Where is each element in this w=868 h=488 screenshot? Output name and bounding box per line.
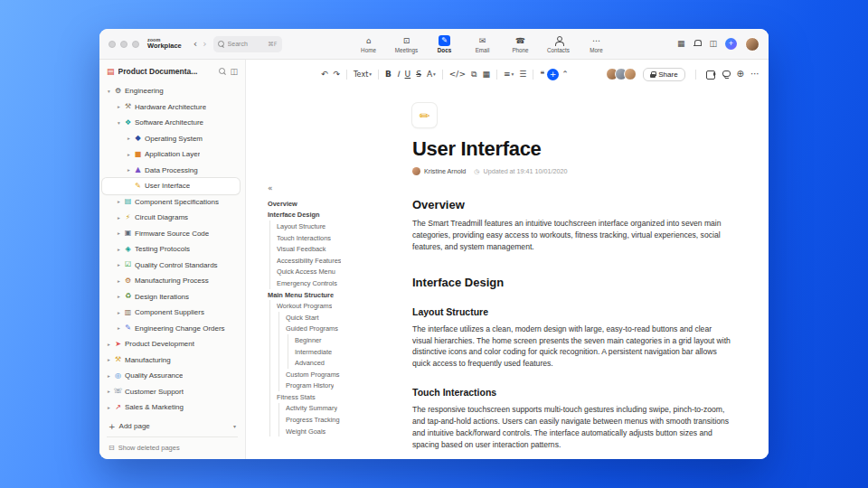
chevron-right-icon[interactable]: ▸ [105,389,113,394]
sidebar-item-sales-marketing[interactable]: ▸↗Sales & Marketing [99,399,245,416]
outline-item-quick-access-menu[interactable]: Quick Access Menu [259,267,398,278]
sidebar-item-data-processing[interactable]: ▸▲Data Processing [99,163,245,179]
sidebar-item-component-specifications[interactable]: ▸▤Component Specifications [99,194,245,211]
maximize-window-button[interactable] [132,41,139,48]
sidebar-item-design-iterations[interactable]: ▸♻Design Iterations [99,289,245,305]
chevron-down-icon[interactable]: ▾ [233,423,236,429]
outline-item-visual-feedback[interactable]: Visual Feedback [259,243,398,255]
chevron-right-icon[interactable]: ▸ [105,373,113,379]
chevron-right-icon[interactable]: ▸ [115,278,123,284]
comments-icon[interactable] [722,70,731,79]
outline-item-beginner[interactable]: Beginner [259,334,398,346]
sidebar-item-product-development[interactable]: ▸➤Product Development [99,336,245,352]
minimize-window-button[interactable] [120,41,127,48]
add-page-button[interactable]: + Add page ▾ [99,418,245,434]
sidebar-item-software-architecture[interactable]: ▾❖Software Architecture [99,115,245,131]
italic-button[interactable]: I [394,67,402,81]
sidebar-item-firmware-source-code[interactable]: ▸▣Firmware Source Code [99,226,245,242]
outline-item-guided-programs[interactable]: Guided Programs [259,324,398,335]
collapse-toolbar-button[interactable]: ⌃ [559,67,571,81]
sidebar-item-operating-system[interactable]: ▸◆Operating System [99,131,245,147]
chevron-right-icon[interactable]: ▸ [115,104,123,109]
sidebar-item-manufacturing-process[interactable]: ▸⚙Manufacturing Process [99,273,245,289]
outline-item-overview[interactable]: Overview [259,198,398,210]
sidebar-item-quality-assurance[interactable]: ▸◎Quality Assurance [99,368,245,384]
user-avatar[interactable] [745,37,760,52]
forward-button[interactable]: › [200,39,209,49]
comment-button[interactable]: ❝ [537,67,547,81]
redo-button[interactable]: ↷ [331,67,344,81]
sidebar-item-testing-protocols[interactable]: ▸◈Testing Protocols [99,241,245,258]
chevron-right-icon[interactable]: ▸ [105,342,113,347]
video-camera-icon[interactable] [706,70,716,78]
chevron-right-icon[interactable]: ▸ [115,230,123,236]
chevron-right-icon[interactable]: ▸ [115,215,123,221]
align-button[interactable]: ≡▾ [501,67,516,81]
search-input[interactable]: Search ⌘F [213,36,282,52]
underline-button[interactable]: U [402,67,414,81]
list-button[interactable]: ☰ [516,67,529,81]
outline-item-activity-summary[interactable]: Activity Summary [259,403,398,415]
outline-item-custom-programs[interactable]: Custom Programs [259,369,398,380]
outline-item-quick-start[interactable]: Quick Start [259,312,398,324]
globe-icon[interactable]: ⊕ [737,70,744,79]
outline-item-emergency-controls[interactable]: Emergency Controls [259,277,398,289]
outline-item-accessibility-features[interactable]: Accessibility Features [259,255,398,267]
apps-grid-icon[interactable]: ▦ [677,40,685,48]
outline-item-layout-structure[interactable]: Layout Structure [259,221,398,232]
sidebar-item-component-suppliers[interactable]: ▸▥Component Suppliers [99,305,245,321]
outline-item-advanced[interactable]: Advanced [259,357,398,369]
back-button[interactable]: ‹ [191,39,200,49]
outline-item-fitness-stats[interactable]: Fitness Stats [259,391,398,403]
tab-meetings[interactable]: ⊡Meetings [389,33,424,55]
outline-item-progress-tracking[interactable]: Progress Tracking [259,414,398,426]
chevron-right-icon[interactable]: ▸ [115,294,123,299]
outline-item-workout-programs[interactable]: Workout Programs [259,300,398,312]
chevron-right-icon[interactable]: ▸ [105,357,113,362]
show-deleted-pages-button[interactable]: ⊟ Show deleted pages [99,440,245,455]
tab-contacts[interactable]: Contacts [541,33,576,55]
chevron-right-icon[interactable]: ▸ [115,199,123,204]
outline-item-interface-design[interactable]: Interface Design [259,210,398,221]
tab-docs[interactable]: ✎Docs [427,33,462,55]
text-color-button[interactable]: A▾ [424,67,439,81]
collaborator-avatar[interactable] [624,68,637,80]
sidebar-collapse-icon[interactable]: ◫ [230,67,238,76]
code-button[interactable]: </> [447,67,468,81]
insert-button[interactable]: + [547,69,559,80]
outline-item-weight-goals[interactable]: Weight Goals [259,426,398,437]
chevron-right-icon[interactable]: ▸ [115,310,123,315]
chevron-right-icon[interactable]: ▸ [115,247,123,252]
chevron-down-icon[interactable]: ▾ [105,89,113,94]
share-button[interactable]: Share [643,68,684,81]
page-emoji[interactable]: ✏ [412,103,437,127]
tab-more[interactable]: ⋯More [579,33,614,55]
outline-item-main-menu-structure[interactable]: Main Menu Structure [259,289,398,301]
sidebar-item-hardware-architecture[interactable]: ▸⚒Hardware Architecture [99,99,245,116]
chevron-right-icon[interactable]: ▸ [125,152,133,157]
outline-item-program-history[interactable]: Program History [259,380,398,392]
chevron-right-icon[interactable]: ▸ [125,167,133,173]
tab-phone[interactable]: ☎Phone [503,33,538,55]
text-style-button[interactable]: Text▾ [351,67,374,81]
more-options-icon[interactable]: ⋯ [750,70,760,79]
outline-item-touch-interactions[interactable]: Touch Interactions [259,232,398,244]
link-button[interactable]: ⧉ [468,67,479,81]
tab-home[interactable]: ⌂Home [351,33,386,55]
sidebar-search-icon[interactable] [219,68,226,75]
sidebar-item-application-layer[interactable]: ▸■Application Layer [99,146,245,163]
bold-button[interactable]: B [382,67,394,81]
close-window-button[interactable] [108,41,116,48]
collapse-outline-icon[interactable]: « [268,183,398,193]
notifications-bell-icon[interactable] [693,39,701,49]
chevron-down-icon[interactable]: ▾ [115,120,123,126]
sidebar-item-engineering[interactable]: ▾⚙Engineering [99,83,245,99]
chevron-right-icon[interactable]: ▸ [105,405,113,410]
chevron-right-icon[interactable]: ▸ [115,325,123,331]
undo-button[interactable]: ↶ [318,67,331,81]
tab-email[interactable]: ✉Email [465,33,500,55]
outline-item-intermediate[interactable]: Intermediate [259,346,398,358]
sidebar-item-quality-control-standards[interactable]: ▸☑Quality Control Standards [99,258,245,274]
workspace-header[interactable]: ▤ Product Documenta... ◫ [99,60,245,83]
sidebar-item-circuit-diagrams[interactable]: ▸⚡Circuit Diagrams [99,210,245,226]
